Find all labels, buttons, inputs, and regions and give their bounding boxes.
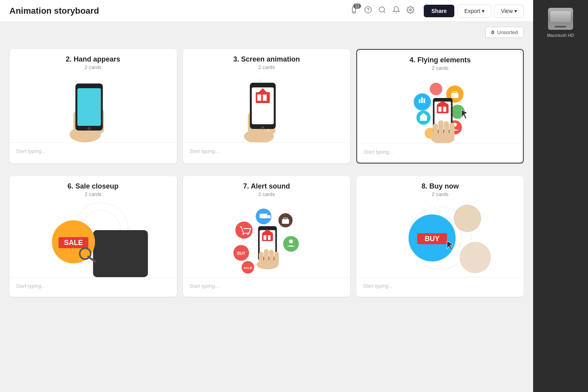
card-subtitle: 2 cards — [189, 191, 344, 197]
view-button[interactable]: View ▾ — [494, 4, 524, 18]
svg-point-76 — [289, 240, 293, 243]
svg-rect-51 — [444, 121, 449, 138]
svg-rect-71 — [282, 219, 289, 224]
card-image: BUY — [356, 199, 524, 277]
notification-count: 12 — [353, 4, 361, 9]
card-text[interactable]: Start typing... — [9, 277, 177, 297]
svg-rect-25 — [263, 94, 267, 101]
card-subtitle: 2 cards — [16, 191, 171, 197]
svg-rect-83 — [263, 235, 266, 240]
svg-point-92 — [454, 205, 481, 232]
cards-row-1: 2. Hand appears 2 cards — [0, 43, 533, 170]
card-text[interactable]: Start typing... — [9, 142, 177, 162]
svg-point-1 — [354, 11, 354, 12]
drive-slot — [555, 26, 566, 27]
svg-rect-39 — [420, 116, 427, 121]
card-title: 2. Hand appears — [16, 55, 171, 64]
cards-row-2: 6. Sale closeup 2 cards SALE — [0, 170, 533, 303]
card-image: SALE — [9, 199, 177, 277]
card-image — [183, 72, 350, 142]
card-header: 6. Sale closeup 2 cards — [9, 176, 177, 199]
svg-point-68 — [260, 218, 262, 220]
svg-rect-56 — [93, 230, 148, 277]
card-header: 7. Alert sound 2 cards — [183, 176, 350, 199]
card-text[interactable]: Start typing... — [183, 142, 350, 162]
svg-rect-28 — [419, 99, 421, 103]
svg-text:SALE: SALE — [243, 266, 252, 270]
svg-marker-53 — [462, 110, 468, 119]
card-header: 8. Buy now 2 cards — [356, 176, 524, 199]
sidebar: Macintosh HD — [533, 0, 588, 392]
svg-rect-89 — [274, 252, 279, 266]
svg-point-93 — [460, 242, 491, 273]
card-group-sale-closeup[interactable]: 6. Sale closeup 2 cards SALE — [9, 176, 177, 297]
card-header: 2. Hand appears 2 cards — [9, 49, 177, 72]
card-text[interactable]: Start typing... — [356, 277, 524, 297]
svg-rect-24 — [257, 94, 261, 101]
svg-point-26 — [261, 126, 264, 129]
card-group-hand-appears[interactable]: 2. Hand appears 2 cards — [9, 49, 177, 163]
card-image — [357, 73, 523, 143]
card-subtitle: 2 cards — [16, 64, 171, 70]
export-button[interactable]: Export ▾ — [457, 4, 491, 18]
search-icon[interactable] — [378, 6, 386, 16]
card-text-placeholder: Start typing... — [189, 148, 220, 154]
svg-point-64 — [247, 233, 249, 235]
svg-rect-86 — [259, 252, 263, 266]
svg-rect-87 — [264, 249, 269, 265]
svg-rect-50 — [439, 120, 444, 138]
cards-grid: 2. Hand appears 2 cards — [0, 43, 533, 392]
svg-rect-49 — [433, 123, 438, 139]
card-text-placeholder: Start typing... — [363, 283, 393, 289]
card-text-placeholder: Start typing... — [16, 283, 46, 289]
card-group-buy-now[interactable]: 8. Buy now 2 cards — [356, 176, 524, 297]
card-header: 4. Flying elements 2 cards — [357, 50, 523, 73]
svg-rect-29 — [421, 97, 423, 103]
unsorted-button[interactable]: 0 Unsorted — [485, 27, 524, 38]
bell-icon[interactable] — [392, 6, 400, 16]
card-text[interactable]: Start typing... — [183, 277, 350, 297]
card-text-placeholder: Start typing... — [189, 283, 220, 289]
svg-text:SALE: SALE — [64, 239, 83, 247]
card-header: 3. Screen animation 2 cards — [183, 49, 350, 72]
svg-rect-13 — [77, 88, 101, 126]
svg-rect-52 — [450, 123, 455, 138]
svg-point-6 — [409, 9, 411, 11]
settings-icon[interactable] — [407, 6, 414, 16]
svg-point-34 — [430, 83, 443, 95]
card-group-alert-sound[interactable]: 7. Alert sound 2 cards — [183, 176, 350, 297]
header-left: Animation storyboard — [9, 6, 99, 16]
toolbar: 0 Unsorted — [0, 22, 533, 43]
svg-rect-30 — [424, 98, 425, 103]
svg-point-2 — [365, 7, 371, 13]
card-group-flying-elements[interactable]: 4. Flying elements 2 cards — [356, 49, 524, 163]
card-text-placeholder: Start typing... — [363, 149, 394, 155]
share-button[interactable]: Share — [424, 5, 455, 17]
header-right: 12 — [350, 4, 524, 18]
svg-rect-47 — [443, 107, 446, 112]
card-title: 6. Sale closeup — [16, 182, 171, 191]
help-icon[interactable] — [364, 6, 372, 16]
svg-text:BUY: BUY — [237, 251, 245, 256]
card-subtitle: 2 cards — [363, 65, 517, 71]
card-group-screen-animation[interactable]: 3. Screen animation 2 cards — [183, 49, 350, 163]
device-icon[interactable]: 12 — [350, 6, 358, 16]
card-image — [9, 72, 177, 142]
card-text[interactable]: Start typing... — [357, 143, 523, 163]
svg-line-5 — [383, 11, 385, 13]
card-title: 7. Alert sound — [189, 182, 344, 191]
card-subtitle: 2 cards — [363, 191, 517, 197]
drive-icon — [548, 8, 573, 30]
card-subtitle: 2 cards — [189, 64, 344, 70]
svg-rect-84 — [268, 235, 270, 240]
svg-rect-66 — [260, 214, 267, 218]
header: Animation storyboard 12 — [0, 0, 533, 22]
card-text-placeholder: Start typing... — [16, 148, 46, 154]
mac-drive[interactable]: Macintosh HD — [547, 8, 574, 38]
svg-point-75 — [283, 236, 299, 252]
svg-rect-88 — [269, 250, 274, 265]
svg-point-14 — [87, 127, 91, 130]
svg-point-4 — [379, 7, 384, 12]
chevron-down-icon: ▾ — [514, 8, 517, 14]
card-title: 8. Buy now — [363, 182, 517, 191]
